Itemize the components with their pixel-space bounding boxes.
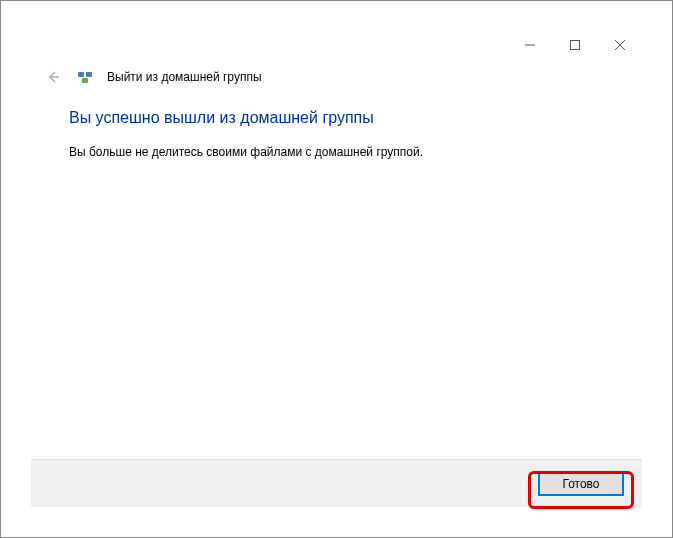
success-body-text: Вы больше не делитесь своими файлами с д… xyxy=(69,145,604,159)
homegroup-icon xyxy=(77,69,93,85)
done-button[interactable]: Готово xyxy=(538,472,624,496)
content-area: Вы успешно вышли из домашней группы Вы б… xyxy=(31,99,642,459)
back-button[interactable] xyxy=(43,67,63,87)
svg-rect-5 xyxy=(78,72,84,77)
dialog-window: Выйти из домашней группы Вы успешно вышл… xyxy=(31,29,642,507)
success-heading: Вы успешно вышли из домашней группы xyxy=(69,109,604,127)
minimize-button[interactable] xyxy=(507,31,552,59)
footer-bar: Готово xyxy=(31,459,642,507)
header-row: Выйти из домашней группы xyxy=(31,59,642,99)
titlebar xyxy=(31,29,642,59)
maximize-button[interactable] xyxy=(552,31,597,59)
close-button[interactable] xyxy=(597,31,642,59)
breadcrumb-title: Выйти из домашней группы xyxy=(107,70,262,84)
svg-rect-7 xyxy=(82,78,88,83)
svg-rect-1 xyxy=(570,41,579,50)
window-controls xyxy=(507,31,642,59)
svg-rect-6 xyxy=(86,72,92,77)
dialog-frame: Выйти из домашней группы Вы успешно вышл… xyxy=(0,0,673,538)
